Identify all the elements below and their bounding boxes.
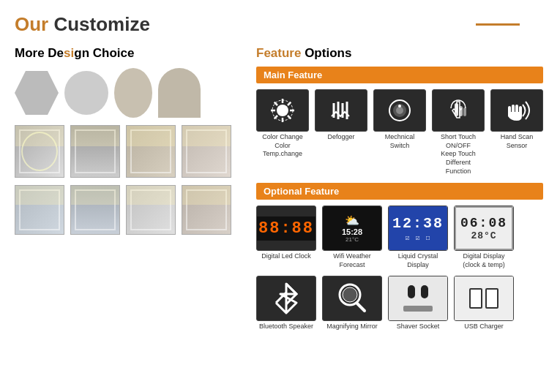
sun-icon bbox=[268, 96, 297, 125]
mirror-rect-row2 bbox=[15, 185, 242, 235]
handscan-icon bbox=[502, 96, 531, 125]
svg-point-22 bbox=[343, 287, 357, 302]
header-divider bbox=[476, 23, 520, 26]
opt-lcd: 12:38 ☑ ☑ ☐ Liquid Crystal Display bbox=[388, 206, 448, 269]
led-clock-icon-box: 88:88 bbox=[256, 206, 316, 251]
weather-display: ⛅ 15:28 21°C bbox=[323, 206, 381, 250]
led-clock-label: Digital Led Clock bbox=[261, 252, 311, 261]
switch-label: MechnicalSwitch bbox=[385, 133, 415, 150]
digital-display: 06:08 28°C bbox=[455, 206, 513, 250]
opt-bluetooth: Bluetooth Speaker bbox=[256, 276, 316, 331]
mirror-thumb-5 bbox=[15, 185, 64, 235]
handscan-icon-box bbox=[490, 89, 543, 132]
mirror-thumb-1 bbox=[15, 125, 64, 178]
arch-mirror bbox=[158, 68, 201, 118]
usb-icon-box bbox=[454, 276, 514, 321]
right-column: Feature Options Main Feature bbox=[256, 46, 543, 337]
title-highlight: Customize bbox=[53, 13, 149, 35]
usb-label: USB Charger bbox=[464, 323, 504, 331]
main-feature-header: Main Feature bbox=[256, 67, 543, 83]
handscan-label: Hand Scan Sensor bbox=[490, 133, 543, 150]
lcd-label: Liquid Crystal Display bbox=[388, 252, 448, 269]
svg-line-23 bbox=[357, 304, 365, 311]
touch-icon bbox=[444, 96, 473, 125]
page-container: Our Customize More Design Choice bbox=[0, 0, 549, 392]
color-change-icon-box bbox=[256, 89, 309, 132]
mirror-thumb-2 bbox=[70, 125, 120, 178]
feature-color-change: Color ChangeColor Temp.change bbox=[256, 89, 309, 176]
feature-touch: Short Touch ON/OFFKeep Touch DifferentFu… bbox=[432, 89, 485, 176]
bluetooth-icon-box bbox=[256, 276, 316, 321]
shaver-hole-1 bbox=[408, 285, 415, 298]
bluetooth-label: Bluetooth Speaker bbox=[259, 323, 313, 331]
opt-usb: USB Charger bbox=[454, 276, 514, 331]
lcd-display: 12:38 ☑ ☑ ☐ bbox=[389, 206, 447, 250]
left-column: More Design Choice bbox=[15, 46, 242, 337]
mirror-thumb-7 bbox=[126, 185, 176, 235]
opt-weather: ⛅ 15:28 21°C Wifi Weather Forecast bbox=[322, 206, 382, 269]
weather-icon-box: ⛅ 15:28 21°C bbox=[322, 206, 382, 251]
page-title: Our Customize bbox=[15, 13, 150, 36]
usb-port-1 bbox=[469, 288, 482, 309]
optional-row1: 88:88 Digital Led Clock ⛅ 15:28 21°C Wif… bbox=[256, 206, 543, 269]
magnify-icon-box bbox=[322, 276, 382, 321]
switch-icon bbox=[385, 96, 414, 125]
svg-point-16 bbox=[396, 107, 403, 114]
mirror-shapes-row bbox=[15, 68, 242, 118]
left-section-title: More Design Choice bbox=[15, 46, 242, 61]
defogger-label: Defogger bbox=[327, 133, 354, 142]
touch-icon-box bbox=[432, 89, 485, 132]
shaver-label: Shaver Socket bbox=[397, 323, 440, 331]
hexagon-mirror bbox=[15, 71, 59, 115]
touch-label: Short Touch ON/OFFKeep Touch DifferentFu… bbox=[432, 133, 485, 176]
opt-magnify: Magnifying Mirror bbox=[322, 276, 382, 331]
mirror-thumb-3 bbox=[126, 125, 176, 178]
oval-mirror bbox=[114, 68, 152, 118]
svg-rect-19 bbox=[459, 106, 463, 116]
bluetooth-icon bbox=[270, 280, 302, 317]
opt-led-clock: 88:88 Digital Led Clock bbox=[256, 206, 316, 269]
opt-shaver: Shaver Socket bbox=[388, 276, 448, 331]
mirror-thumb-4 bbox=[182, 125, 231, 178]
opt-digital: 06:08 28°C Digital Display(clock & temp) bbox=[454, 206, 514, 269]
main-feature-row: Color ChangeColor Temp.change Defogger bbox=[256, 89, 543, 176]
digital-icon-box: 06:08 28°C bbox=[454, 206, 514, 251]
shaver-display bbox=[389, 276, 447, 320]
svg-rect-18 bbox=[455, 103, 458, 116]
switch-icon-box bbox=[373, 89, 426, 132]
shaver-icon-box bbox=[388, 276, 448, 321]
right-section-title: Feature Options bbox=[256, 46, 543, 61]
feature-handscan: Hand Scan Sensor bbox=[490, 89, 543, 176]
defogger-icon bbox=[326, 96, 356, 125]
lcd-icon-box: 12:38 ☑ ☑ ☐ bbox=[388, 206, 448, 251]
svg-rect-20 bbox=[463, 108, 466, 116]
magnify-label: Magnifying Mirror bbox=[326, 323, 378, 331]
clock-display: 88:88 bbox=[256, 216, 316, 241]
usb-port-2 bbox=[485, 288, 498, 309]
optional-row2: Bluetooth Speaker Magnifying Mirror bbox=[256, 276, 543, 331]
weather-time: 15:28 bbox=[342, 227, 362, 236]
mirror-thumb-6 bbox=[70, 185, 120, 235]
color-change-label: Color ChangeColor Temp.change bbox=[256, 133, 309, 159]
main-content: More Design Choice bbox=[15, 46, 534, 337]
mirror-rect-row1 bbox=[15, 125, 242, 178]
feature-defogger: Defogger bbox=[315, 89, 367, 176]
shaver-hole-2 bbox=[421, 285, 428, 298]
weather-label: Wifi Weather Forecast bbox=[322, 252, 382, 269]
round-mirror bbox=[64, 71, 108, 115]
page-header: Our Customize bbox=[15, 13, 534, 36]
magnify-icon bbox=[334, 280, 370, 317]
feature-switch: MechnicalSwitch bbox=[373, 89, 426, 176]
svg-point-17 bbox=[398, 105, 401, 108]
mirror-thumb-8 bbox=[182, 185, 231, 235]
optional-feature-header: Optional Feature bbox=[256, 183, 543, 200]
defogger-icon-box bbox=[315, 89, 367, 132]
svg-point-0 bbox=[277, 105, 288, 116]
usb-display bbox=[455, 276, 513, 320]
digital-label: Digital Display(clock & temp) bbox=[463, 252, 505, 269]
